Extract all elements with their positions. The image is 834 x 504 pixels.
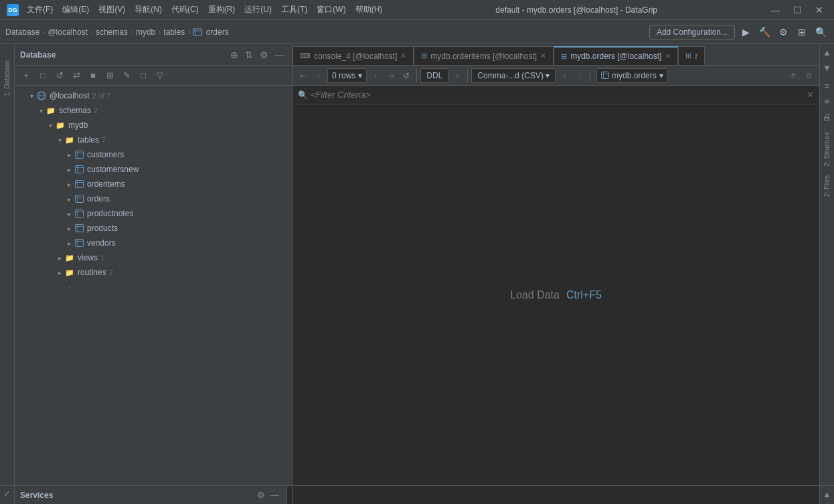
- maximize-button[interactable]: ☐: [789, 3, 806, 17]
- build-button[interactable]: 🔨: [756, 24, 772, 40]
- orders-table-icon: [74, 193, 84, 204]
- db-table-button[interactable]: ⊞: [102, 68, 117, 83]
- split-button[interactable]: ⊞: [794, 24, 810, 40]
- routines-badge: 2: [109, 268, 113, 276]
- format-button[interactable]: ≡: [821, 79, 834, 92]
- db-sync-button[interactable]: ⇄: [69, 68, 84, 83]
- filter-close-button[interactable]: ✕: [807, 90, 814, 100]
- database-panel-header: Database ⊕ ⇅ ⚙ —: [15, 44, 292, 66]
- nav-first-button[interactable]: ⇤: [297, 69, 310, 82]
- tree-item-views[interactable]: 📁 views 1: [15, 250, 292, 265]
- tab-orderitems[interactable]: ⊞ mydb.orderitems [@localhost] ✕: [414, 46, 554, 65]
- upload-button[interactable]: ↑: [558, 69, 571, 82]
- db-refresh-button[interactable]: ↺: [52, 68, 67, 83]
- scroll-down-button[interactable]: ▼: [821, 61, 834, 74]
- services-scrollbar[interactable]: [286, 486, 292, 504]
- search-everywhere-button[interactable]: 🔍: [813, 24, 829, 40]
- tab-console4-close[interactable]: ✕: [400, 52, 406, 60]
- orderitems-tab-icon: ⊞: [421, 52, 427, 60]
- tree-item-orderitems[interactable]: orderitems: [15, 177, 292, 191]
- menu-tools[interactable]: 工具(T): [277, 3, 311, 17]
- tree-item-tables[interactable]: 📁 tables 7: [15, 133, 292, 147]
- menu-edit[interactable]: 编辑(E): [58, 3, 93, 17]
- nav-last-button[interactable]: ⇥: [384, 69, 398, 82]
- breadcrumb-schemas[interactable]: schemas: [96, 27, 128, 37]
- breadcrumb-localhost[interactable]: @localhost: [48, 27, 88, 37]
- menu-help[interactable]: 帮助(H): [351, 3, 387, 17]
- minimize-button[interactable]: —: [766, 3, 784, 17]
- breadcrumb-tables[interactable]: tables: [163, 27, 185, 37]
- reload-button[interactable]: ↺: [400, 69, 413, 82]
- add-configuration-button[interactable]: Add Configuration...: [649, 25, 735, 39]
- db-view-button[interactable]: □: [136, 68, 151, 83]
- ddl-more-button[interactable]: »: [450, 69, 464, 82]
- nav-next-button[interactable]: ›: [369, 69, 382, 82]
- structure-strip-label[interactable]: 2: Structure: [823, 132, 831, 167]
- rows-selector[interactable]: 0 rows ▾: [327, 68, 367, 83]
- tree-item-orders[interactable]: orders: [15, 191, 292, 206]
- scroll-up-button[interactable]: ▲: [821, 46, 834, 59]
- format2-button[interactable]: ≡: [821, 94, 834, 108]
- tree-item-productnotes[interactable]: productnotes: [15, 206, 292, 221]
- db-refresh-schema-button[interactable]: □: [35, 68, 50, 83]
- services-settings-icon[interactable]: ⚙: [256, 489, 266, 501]
- tab-r[interactable]: ⊞ r: [678, 46, 705, 65]
- breadcrumb-database[interactable]: Database: [5, 27, 39, 37]
- print-button[interactable]: 🖨: [821, 110, 834, 123]
- table-settings-button[interactable]: ⚙: [802, 69, 815, 82]
- eye-button[interactable]: 👁: [786, 69, 800, 82]
- menu-window[interactable]: 窗口(W): [313, 3, 349, 17]
- ddl-button[interactable]: DDL: [420, 68, 448, 83]
- nav-prev-button[interactable]: ‹: [312, 69, 325, 82]
- files-strip-label[interactable]: 2: Files: [823, 175, 831, 197]
- load-data-label: Load Data: [510, 289, 560, 301]
- menu-view[interactable]: 视图(V): [94, 3, 129, 17]
- expand-all-icon[interactable]: ⇅: [243, 48, 255, 62]
- tree-item-products[interactable]: products: [15, 221, 292, 236]
- filter-input[interactable]: [311, 90, 804, 100]
- database-collapse-icon[interactable]: —: [273, 48, 286, 62]
- bottom-scroll-up[interactable]: ▲: [821, 487, 834, 501]
- run-button[interactable]: ▶: [738, 24, 754, 40]
- menu-code[interactable]: 代码(C): [167, 3, 203, 17]
- tree-arrow-localhost: [27, 91, 36, 100]
- database-strip-label[interactable]: 1: Database: [3, 60, 11, 96]
- csv-export-button[interactable]: Comma-...d (CSV) ▾: [471, 68, 556, 83]
- db-add-button[interactable]: +: [19, 68, 33, 83]
- db-filter-button[interactable]: ▽: [153, 68, 167, 83]
- table-selector[interactable]: mydb.orders ▾: [596, 68, 668, 83]
- svg-rect-24: [75, 240, 83, 247]
- db-edit-button[interactable]: ✎: [119, 68, 134, 83]
- database-settings-icon[interactable]: ⚙: [258, 48, 270, 62]
- settings-button[interactable]: ⚙: [775, 24, 791, 40]
- tree-item-localhost[interactable]: @localhost 2 of 7: [15, 88, 292, 103]
- undo-icon[interactable]: ↩: [3, 501, 11, 504]
- tree-arrow-routines: [55, 268, 64, 277]
- services-collapse-icon[interactable]: —: [269, 489, 280, 501]
- add-datasource-icon[interactable]: ⊕: [228, 48, 240, 62]
- tab-console4[interactable]: ⌨ console_4 [@localhost] ✕: [293, 46, 414, 65]
- tree-arrow-vendors: [64, 238, 74, 248]
- tree-item-vendors[interactable]: vendors: [15, 236, 292, 250]
- breadcrumb-current: orders: [193, 27, 228, 37]
- localhost-label: @localhost: [50, 91, 90, 100]
- orderitems-label: orderitems: [87, 179, 125, 189]
- menu-run[interactable]: 运行(U): [240, 3, 276, 17]
- tab-orderitems-close[interactable]: ✕: [540, 52, 546, 60]
- menu-navigate[interactable]: 导航(N): [131, 3, 166, 17]
- check-icon[interactable]: ✓: [3, 489, 11, 499]
- tree-item-customers[interactable]: customers: [15, 147, 292, 162]
- tree-item-mydb[interactable]: 📁 mydb: [15, 118, 292, 133]
- menu-refactor[interactable]: 重构(R): [204, 3, 240, 17]
- tree-item-routines[interactable]: 📁 routines 2: [15, 265, 292, 280]
- db-stop-button[interactable]: ■: [86, 68, 100, 83]
- menu-file[interactable]: 文件(F): [23, 3, 57, 17]
- close-button[interactable]: ✕: [811, 3, 827, 17]
- tree-item-more: ▪: [15, 280, 292, 295]
- tab-orders[interactable]: ⊞ mydb.orders [@localhost] ✕: [554, 46, 678, 65]
- tree-item-customersnew[interactable]: customersnew: [15, 162, 292, 177]
- breadcrumb-mydb[interactable]: mydb: [136, 27, 155, 37]
- download-button[interactable]: ↓: [573, 69, 586, 82]
- tree-item-schemas[interactable]: 📁 schemas 2: [15, 103, 292, 118]
- tab-orders-close[interactable]: ✕: [665, 52, 671, 61]
